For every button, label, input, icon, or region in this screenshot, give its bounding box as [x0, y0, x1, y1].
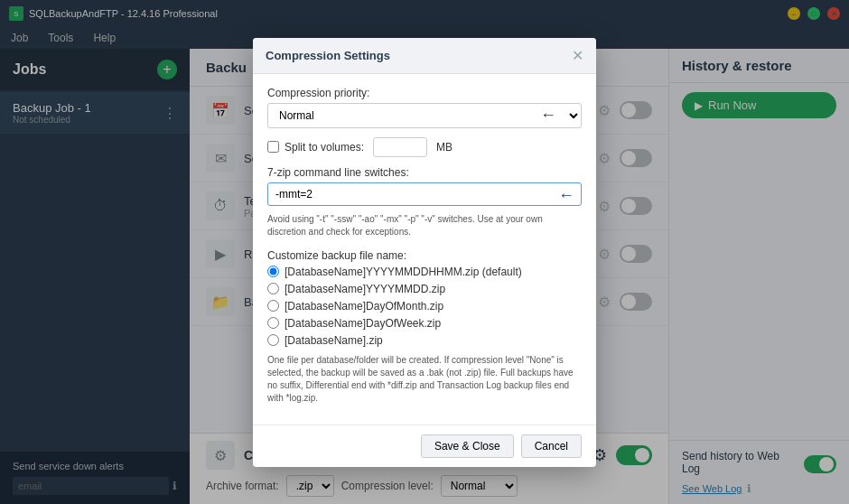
filename-radio-3[interactable]: [267, 300, 279, 312]
filename-label-1: [DatabaseName]YYYYMMDDHHMM.zip (default): [285, 266, 522, 278]
save-close-button[interactable]: Save & Close: [421, 434, 514, 458]
split-volumes-checkbox[interactable]: [267, 141, 279, 153]
modal-body: Compression priority: Normal ← Split to …: [253, 74, 596, 425]
filename-label-2: [DatabaseName]YYYYMMDD.zip: [285, 283, 445, 295]
cancel-button[interactable]: Cancel: [521, 434, 582, 458]
filename-label-5: [DatabaseName].zip: [285, 334, 383, 347]
filename-option-3: [DatabaseName]DayOfMonth.zip: [267, 300, 582, 313]
filename-label-4: [DatabaseName]DayOfWeek.zip: [285, 317, 441, 330]
priority-label: Compression priority:: [267, 87, 582, 99]
modal-title-bar: Compression Settings ✕: [253, 38, 596, 74]
filename-option-4: [DatabaseName]DayOfWeek.zip: [267, 317, 582, 330]
modal-close-button[interactable]: ✕: [572, 47, 583, 64]
mb-text: MB: [436, 141, 452, 154]
filename-option-5: [DatabaseName].zip: [267, 334, 582, 347]
file-note: One file per database/folder will be cre…: [267, 354, 582, 405]
filename-radio-1[interactable]: [267, 266, 279, 277]
priority-arrow: ←: [540, 106, 556, 125]
filename-options: [DatabaseName]YYYYMMDDHHMM.zip (default)…: [267, 266, 582, 347]
filename-radio-2[interactable]: [267, 283, 279, 294]
filename-radio-5[interactable]: [267, 334, 279, 346]
switches-arrow: ←: [558, 186, 574, 205]
switches-label: 7-zip command line switches:: [267, 166, 582, 179]
filename-option-1: [DatabaseName]YYYYMMDDHHMM.zip (default): [267, 266, 582, 278]
modal-footer: Save & Close Cancel: [253, 425, 596, 467]
modal-title: Compression Settings: [266, 49, 390, 62]
filename-label-3: [DatabaseName]DayOfMonth.zip: [285, 300, 443, 313]
switches-hint: Avoid using "-t" "-ssw" "-ao" "-mx" "-p"…: [267, 213, 582, 238]
filename-label: Customize backup file name:: [267, 249, 582, 262]
split-volumes-row: Split to volumes: MB: [267, 137, 582, 157]
compression-settings-modal: Compression Settings ✕ Compression prior…: [253, 38, 596, 467]
modal-overlay: Compression Settings ✕ Compression prior…: [0, 0, 849, 504]
filename-radio-4[interactable]: [267, 317, 279, 329]
split-mb-input[interactable]: [373, 137, 427, 157]
priority-select[interactable]: Normal: [267, 103, 582, 128]
filename-option-2: [DatabaseName]YYYYMMDD.zip: [267, 283, 582, 295]
switches-input[interactable]: [267, 182, 582, 206]
split-label: Split to volumes:: [285, 141, 364, 154]
